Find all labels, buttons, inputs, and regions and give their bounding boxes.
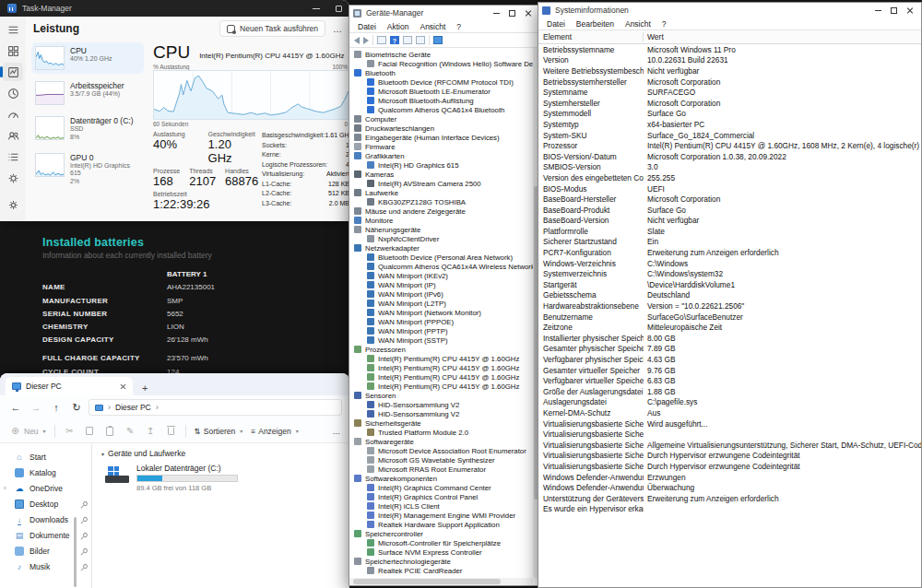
system-info-row[interactable]: Benutzername SurfaceGo\SurfaceBenutzer	[538, 312, 921, 323]
performance-sidebar-item[interactable]: GPU 0 Intel(R) HD Graphics 615 2%	[31, 149, 144, 190]
sidebar-item[interactable]: Dokumente	[0, 527, 91, 543]
device-tree-item[interactable]: Bluetooth Device (Personal Area Network)	[349, 253, 539, 262]
device-tree-item[interactable]: Intel(R) HD Graphics 615	[349, 160, 539, 170]
device-tree-item[interactable]: Softwaregeräte	[349, 437, 539, 446]
system-info-row[interactable]: Hardwareabstraktionsebene Version = "10.…	[538, 300, 921, 312]
device-tree-item[interactable]: Grafikkarten	[349, 151, 539, 160]
breadcrumb[interactable]: Dieser PC	[89, 399, 342, 416]
menu-item[interactable]: Aktion	[383, 22, 414, 31]
system-info-row[interactable]: Verfügbarer virtueller Speicher 6.83 GB	[538, 375, 921, 386]
users-icon[interactable]	[3, 126, 23, 145]
system-info-row[interactable]: Betriebssystemname Microsoft Windows 11 …	[538, 44, 921, 55]
rename-icon[interactable]: ✎	[124, 425, 136, 437]
system-info-row[interactable]: Windows Defender-Anwendun... Überwachung	[538, 482, 921, 493]
drive-item[interactable]: Lokaler Datenträger (C:) 89.4 GB frei vo…	[101, 464, 349, 492]
menu-item[interactable]: ?	[452, 22, 466, 31]
menu-item[interactable]: Datei	[353, 22, 381, 31]
device-tree-item[interactable]: Sicherheitsgeräte	[349, 418, 539, 428]
device-tree-item[interactable]: Microsoft RRAS Root Enumerator	[349, 465, 539, 474]
system-info-row[interactable]: Verfügbarer physischer Speicher 4.63 GB	[538, 354, 921, 365]
device-tree-item[interactable]: Mäuse und andere Zeigegeräte	[349, 206, 539, 216]
system-info-row[interactable]: PCR7-Konfiguration Erweiterung zum Anzei…	[538, 247, 921, 258]
system-info-row[interactable]: Windows-Verzeichnis C:\Windows	[538, 258, 921, 269]
properties-icon[interactable]	[403, 36, 412, 44]
forward-icon[interactable]	[363, 37, 369, 44]
minimize-button[interactable]	[489, 6, 504, 19]
device-tree-item[interactable]: Prozessoren	[349, 345, 539, 354]
system-info-row[interactable]: Gebietsschema Deutschland	[538, 290, 921, 301]
processes-icon[interactable]	[3, 41, 23, 60]
maximize-button[interactable]	[327, 0, 349, 17]
device-manager-titlebar[interactable]: Geräte-Manager	[349, 6, 539, 20]
system-info-row[interactable]: Virtualisierungsbasierte Sicherh... Durc…	[538, 461, 921, 472]
device-tree-item[interactable]: HID-Sensorsammlung V2	[349, 400, 539, 409]
performance-icon[interactable]	[3, 63, 23, 81]
maximize-button[interactable]	[504, 6, 520, 19]
close-button[interactable]	[520, 6, 536, 19]
system-info-row[interactable]: BIOS-Version/-Datum Microsoft Corporatio…	[538, 151, 921, 162]
device-tree-item[interactable]: WAN Miniport (IP)	[349, 280, 539, 289]
device-tree-item[interactable]: Microsoft-Controller für Speicherplätze	[349, 538, 539, 547]
device-tree-item[interactable]: Bluetooth Device (RFCOMM Protocol TDI)	[349, 77, 539, 87]
device-tree-item[interactable]: WAN Miniport (IPv6)	[349, 289, 539, 299]
device-tree-item[interactable]: WAN Miniport (IKEv2)	[349, 271, 539, 280]
menu-item[interactable]: Ansicht	[415, 22, 450, 31]
sidebar-item[interactable]: Bilder	[0, 543, 91, 559]
section-header[interactable]: Geräte und Laufwerke	[101, 449, 349, 458]
device-tree-item[interactable]: Microsoft Device Association Root Enumer…	[349, 446, 539, 455]
device-tree-item[interactable]: Druckwarteschlangen	[349, 123, 539, 133]
system-info-row[interactable]: Startgerät \Device\HarddiskVolume1	[538, 279, 921, 290]
device-tree-item[interactable]: Qualcomm Atheros QCA61x4A Wireless Netwo…	[349, 262, 539, 271]
close-tab-icon[interactable]	[120, 383, 126, 390]
minimize-button[interactable]	[305, 0, 327, 17]
device-tree-item[interactable]: Qualcomm Atheros QCA61x4 Bluetooth	[349, 105, 539, 114]
device-tree-item[interactable]: Surface NVM Express Controller	[349, 547, 539, 557]
startup-apps-icon[interactable]	[3, 105, 23, 123]
breadcrumb-root[interactable]: Dieser PC	[115, 403, 151, 412]
task-manager-titlebar[interactable]: Task-Manager	[0, 0, 349, 17]
device-tree-item[interactable]: Microsoft Bluetooth LE-Enumerator	[349, 87, 539, 96]
maximize-button[interactable]	[886, 4, 902, 17]
system-info-row[interactable]: Version des eingebetteten Cont... 255.25…	[538, 172, 921, 183]
menu-item[interactable]: Ansicht	[621, 19, 656, 29]
system-info-row[interactable]: BIOS-Modus UEFI	[538, 183, 921, 194]
refresh-icon[interactable]: ↻	[68, 402, 85, 414]
sidebar-item[interactable]: Start	[0, 449, 91, 465]
device-tree-item[interactable]: Microsoft GS Wavetable Synthesizer	[349, 455, 539, 465]
scan-hardware-changes-icon[interactable]	[433, 36, 443, 44]
device-tree-item[interactable]: Intel(R) AVStream Camera 2500	[349, 179, 539, 188]
system-info-row[interactable]: Weitere Betriebssystembeschrei... Nicht …	[538, 65, 921, 76]
menu-item[interactable]: Bearbeiten	[572, 19, 619, 29]
device-tree-item[interactable]: Näherungsgeräte	[349, 225, 539, 234]
sidebar-scrollbar[interactable]	[74, 517, 77, 587]
device-tree-item[interactable]: Laufwerke	[349, 188, 539, 197]
device-tree-item[interactable]: Netzwerkadapter	[349, 243, 539, 253]
device-tree-item[interactable]: HID-Sensorsammlung V2	[349, 409, 539, 418]
performance-sidebar-item[interactable]: CPU 40% 1.20 GHz	[31, 42, 144, 74]
sidebar-item[interactable]: Katalog	[0, 465, 91, 480]
device-tree-item[interactable]: Speichercontroller	[349, 529, 539, 538]
device-tree-item[interactable]: Intel(R) Pentium(R) CPU 4415Y @ 1.60GHz	[349, 363, 539, 372]
device-tree-item[interactable]: WAN Miniport (PPTP)	[349, 326, 539, 335]
device-tree-item[interactable]: Kameras	[349, 170, 539, 179]
device-tree-item[interactable]: Sensoren	[349, 391, 539, 400]
device-tree-item[interactable]: Facial Recognition (Windows Hello) Softw…	[349, 59, 539, 68]
console-tree-icon[interactable]	[377, 36, 386, 44]
system-info-row[interactable]: Virtualisierungsbasierte Sicherh... Allg…	[538, 440, 921, 451]
system-info-row[interactable]: System-SKU Surface_Go_1824_Commercial	[538, 130, 921, 141]
device-tree-item[interactable]: Bluetooth	[349, 68, 539, 77]
device-tree-item[interactable]: Microsoft Bluetooth-Auflistung	[349, 96, 539, 105]
expander-chevron-icon[interactable]	[4, 485, 9, 491]
forward-icon[interactable]: →	[28, 402, 44, 413]
performance-sidebar-item[interactable]: Datenträger 0 (C:) SSD 8%	[31, 112, 144, 146]
column-wert[interactable]: Wert	[644, 32, 664, 41]
system-info-row[interactable]: Es wurde ein Hypervisor erkan...	[538, 504, 921, 515]
back-icon[interactable]: ←	[7, 402, 24, 413]
tab-dieser-pc[interactable]: Dieser PC	[6, 377, 133, 395]
settings-gear-icon[interactable]	[3, 195, 23, 214]
device-tree-item[interactable]: Intel(R) iCLS Client	[349, 501, 539, 511]
system-info-row[interactable]: SMBIOS-Version 3.0	[538, 162, 921, 173]
sidebar-item[interactable]: Musik	[0, 559, 91, 574]
system-info-row[interactable]: Größe der Auslagerungsdatei 1.88 GB	[538, 386, 921, 397]
system-info-row[interactable]: Systemname SURFACEGO	[538, 87, 921, 98]
